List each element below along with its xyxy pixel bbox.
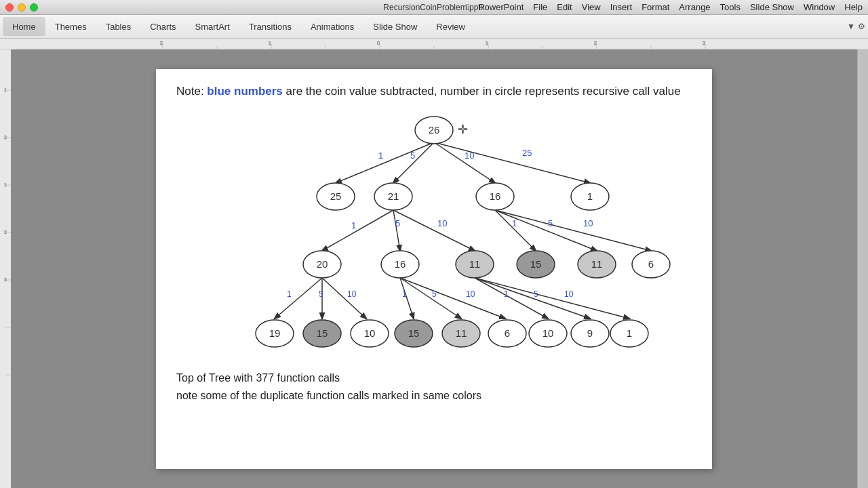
svg-line-40 <box>393 210 400 251</box>
main-area: 1 2 1 2 3 Note: blue numbers are the coi… <box>0 49 868 488</box>
svg-text:1: 1 <box>4 182 7 187</box>
svg-text:✛: ✛ <box>458 123 468 136</box>
window-controls <box>5 3 38 12</box>
toolbar-settings[interactable]: ⚙ <box>858 22 865 31</box>
svg-text:25: 25 <box>522 148 532 158</box>
svg-text:5: 5 <box>410 150 415 161</box>
slide[interactable]: Note: blue numbers are the coin value su… <box>156 69 712 469</box>
vertical-ruler: 1 2 1 2 3 <box>0 49 11 488</box>
svg-line-65 <box>475 278 629 319</box>
svg-text:0: 0 <box>377 40 380 46</box>
svg-line-31 <box>336 142 434 183</box>
svg-text:3: 3 <box>703 40 706 46</box>
svg-text:5: 5 <box>432 289 437 299</box>
svg-text:5: 5 <box>534 289 538 299</box>
svg-text:11: 11 <box>469 258 481 270</box>
tab-smartart[interactable]: SmartArt <box>186 17 239 36</box>
slide-area: Note: blue numbers are the coin value su… <box>11 49 857 488</box>
svg-text:1: 1 <box>269 40 272 46</box>
menu-help[interactable]: Help <box>844 2 863 12</box>
tab-home[interactable]: Home <box>3 17 45 36</box>
svg-text:10: 10 <box>465 150 474 161</box>
note-prefix: Note: <box>176 85 207 98</box>
svg-line-34 <box>434 142 590 183</box>
menu-tools[interactable]: Tools <box>720 2 741 12</box>
svg-text:1: 1 <box>504 289 509 299</box>
svg-text:11: 11 <box>456 327 467 339</box>
bottom-line1: Top of Tree with 377 function calls <box>176 369 692 387</box>
menu-arrange[interactable]: Arrange <box>679 2 710 12</box>
svg-text:2: 2 <box>4 135 7 140</box>
note-suffix: are the coin value subtracted, number in… <box>283 85 681 98</box>
svg-line-47 <box>495 210 651 251</box>
toolbar: Home Themes Tables Charts SmartArt Trans… <box>0 15 868 39</box>
svg-text:11: 11 <box>591 258 603 270</box>
svg-line-41 <box>393 210 475 251</box>
svg-text:10: 10 <box>466 289 475 299</box>
menu-format[interactable]: Format <box>642 2 669 12</box>
svg-text:20: 20 <box>317 258 328 270</box>
window-title: RecursionCoinProblem.pptx <box>383 3 484 12</box>
toolbar-chevron[interactable]: ▼ <box>847 22 855 31</box>
svg-text:9: 9 <box>587 327 593 339</box>
tab-review[interactable]: Review <box>427 17 475 36</box>
tab-transitions[interactable]: Transitions <box>239 17 301 36</box>
tab-themes[interactable]: Themes <box>45 17 96 36</box>
svg-text:1: 1 <box>587 190 593 202</box>
blue-numbers-text: blue numbers <box>207 85 282 98</box>
tree-diagram: 1 5 10 25 1 5 10 <box>176 106 692 364</box>
svg-line-53 <box>322 278 366 319</box>
svg-text:25: 25 <box>330 190 342 202</box>
svg-text:5: 5 <box>395 218 400 228</box>
svg-text:1: 1 <box>486 40 489 46</box>
maximize-button[interactable] <box>30 3 38 12</box>
close-button[interactable] <box>5 3 14 12</box>
svg-line-46 <box>495 210 597 251</box>
svg-text:16: 16 <box>490 190 501 202</box>
svg-line-32 <box>393 142 434 183</box>
svg-line-33 <box>434 142 495 183</box>
svg-line-39 <box>322 210 393 251</box>
menu-powerpoint[interactable]: PowerPoint <box>479 2 524 12</box>
titlebar:  PowerPoint File Edit View Insert Forma… <box>0 0 868 15</box>
svg-text:16: 16 <box>395 258 406 270</box>
note-text: Note: blue numbers are the coin value su… <box>176 83 692 100</box>
svg-text:1: 1 <box>627 327 632 339</box>
svg-text:2: 2 <box>594 40 597 46</box>
right-scrollbar[interactable] <box>857 49 868 488</box>
menu-file[interactable]: File <box>533 2 547 12</box>
menu-bar:  PowerPoint File Edit View Insert Forma… <box>466 2 863 12</box>
svg-text:21: 21 <box>388 190 399 202</box>
svg-text:1: 1 <box>512 218 517 228</box>
menu-slideshow[interactable]: Slide Show <box>750 2 794 12</box>
bottom-text: Top of Tree with 377 function calls note… <box>176 369 692 404</box>
svg-text:10: 10 <box>364 327 376 339</box>
horizontal-ruler: 2 1 0 1 2 3 <box>0 39 868 49</box>
tab-charts[interactable]: Charts <box>140 17 185 36</box>
menu-view[interactable]: View <box>582 2 601 12</box>
tab-animations[interactable]: Animations <box>301 17 363 36</box>
svg-line-51 <box>275 278 322 319</box>
menu-insert[interactable]: Insert <box>610 2 633 12</box>
svg-text:1: 1 <box>378 150 383 161</box>
svg-text:19: 19 <box>269 327 281 339</box>
svg-text:10: 10 <box>347 289 357 299</box>
svg-text:5: 5 <box>319 289 323 299</box>
svg-text:15: 15 <box>317 327 328 339</box>
svg-text:15: 15 <box>408 327 420 339</box>
menu-window[interactable]: Window <box>804 2 835 12</box>
bottom-line2: note some of the duplicate function call… <box>176 387 692 405</box>
svg-text:10: 10 <box>542 327 554 339</box>
tab-slideshow[interactable]: Slide Show <box>363 17 427 36</box>
svg-rect-18 <box>0 49 11 488</box>
menu-edit[interactable]: Edit <box>557 2 572 12</box>
svg-text:10: 10 <box>583 218 593 228</box>
svg-text:1: 1 <box>402 289 407 299</box>
svg-text:6: 6 <box>648 258 654 270</box>
minimize-button[interactable] <box>18 3 26 12</box>
svg-text:6: 6 <box>505 327 510 339</box>
svg-text:15: 15 <box>530 258 542 270</box>
tab-tables[interactable]: Tables <box>96 17 141 36</box>
svg-text:1: 1 <box>4 87 7 92</box>
svg-text:1: 1 <box>351 220 356 230</box>
